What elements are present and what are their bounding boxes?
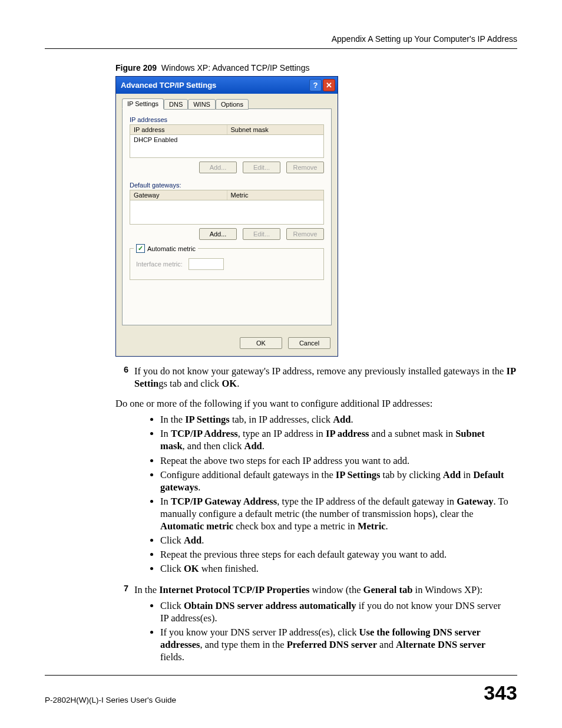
ip-edit-button[interactable]: Edit... <box>243 162 280 173</box>
automatic-metric-label: Automatic metric <box>147 245 196 252</box>
tab-options[interactable]: Options <box>216 99 249 110</box>
cancel-button[interactable]: Cancel <box>288 337 330 349</box>
tab-wins[interactable]: WINS <box>188 99 216 110</box>
titlebar: Advanced TCP/IP Settings ? ✕ <box>116 77 338 94</box>
bullet-3: Repeat the above two steps for each IP a… <box>160 454 517 467</box>
group-automatic-metric: ✓ Automatic metric Interface metric: <box>130 248 324 280</box>
gw-list-header: Gateway Metric <box>130 190 324 200</box>
close-icon[interactable]: ✕ <box>323 79 335 91</box>
figure-caption: Figure 209 Windows XP: Advanced TCP/IP S… <box>115 63 517 73</box>
bullet-1: In the IP Settings tab, in IP addresses,… <box>160 413 517 426</box>
bullet7-1: Click Obtain DNS server address automati… <box>160 599 517 624</box>
bullet-list-2: Click Obtain DNS server address automati… <box>45 599 517 664</box>
header-rule <box>45 48 517 49</box>
interface-metric-input[interactable] <box>189 258 224 270</box>
ip-remove-button[interactable]: Remove <box>286 162 324 173</box>
bullet7-2: If you know your DNS server IP address(e… <box>160 626 517 663</box>
group-ip-addresses: IP addresses <box>130 116 324 123</box>
gw-edit-button[interactable]: Edit... <box>243 228 280 240</box>
col-subnet-mask: Subnet mask <box>227 125 324 134</box>
page-footer: P-2802H(W)(L)-I Series User's Guide 343 <box>45 675 517 704</box>
step-7: 7 In the Internet Protocol TCP/IP Proper… <box>113 584 517 596</box>
tab-pane-ip: IP addresses IP address Subnet mask DHCP… <box>122 108 332 325</box>
bullet-list-1: In the IP Settings tab, in IP addresses,… <box>45 413 517 575</box>
gw-list-body[interactable] <box>130 200 324 225</box>
step-number: 6 <box>113 365 128 390</box>
gw-add-button[interactable]: Add... <box>199 228 237 240</box>
page-number: 343 <box>484 681 517 704</box>
window-title: Advanced TCP/IP Settings <box>121 81 216 90</box>
step-6-text: If you do not know your gateway's IP add… <box>134 365 517 390</box>
group-default-gateways: Default gateways: <box>130 182 324 189</box>
running-header: Appendix A Setting up Your Computer's IP… <box>45 34 517 44</box>
step-6: 6 If you do not know your gateway's IP a… <box>113 365 517 390</box>
dialog-advanced-tcpip: Advanced TCP/IP Settings ? ✕ IP Settings… <box>115 76 338 357</box>
footer-guide-name: P-2802H(W)(L)-I Series User's Guide <box>45 696 176 704</box>
tab-ip-settings[interactable]: IP Settings <box>122 98 164 109</box>
ip-list-header: IP address Subnet mask <box>130 124 324 135</box>
figure-number: Figure 209 <box>115 63 157 73</box>
bullet-2: In TCP/IP Address, type an IP address in… <box>160 427 517 452</box>
automatic-metric-checkbox[interactable]: ✓ <box>136 244 145 253</box>
bullet-5: In TCP/IP Gateway Address, type the IP a… <box>160 495 517 532</box>
bullet-6: Click Add. <box>160 534 517 546</box>
bullet-8: Click OK when finished. <box>160 562 517 575</box>
gw-remove-button[interactable]: Remove <box>286 228 324 240</box>
help-icon[interactable]: ? <box>309 79 322 91</box>
ip-add-button[interactable]: Add... <box>199 162 237 173</box>
bullet-7: Repeat the previous three steps for each… <box>160 548 517 561</box>
bullet-4: Configure additional default gateways in… <box>160 469 517 493</box>
step-7-text: In the Internet Protocol TCP/IP Properti… <box>134 584 517 596</box>
figure-caption-text: Windows XP: Advanced TCP/IP Settings <box>161 63 310 73</box>
ok-button[interactable]: OK <box>240 337 282 349</box>
col-metric: Metric <box>227 190 324 200</box>
col-ip-address: IP address <box>130 125 227 134</box>
step-number: 7 <box>113 584 128 596</box>
lead-paragraph: Do one or more of the following if you w… <box>115 398 517 410</box>
interface-metric-label: Interface metric: <box>136 261 183 268</box>
tab-bar: IP Settings DNS WINS Options <box>122 98 332 109</box>
ip-list-status: DHCP Enabled <box>134 136 177 143</box>
ip-list-body[interactable]: DHCP Enabled <box>130 135 324 158</box>
tab-dns[interactable]: DNS <box>164 99 188 110</box>
col-gateway: Gateway <box>130 190 227 200</box>
